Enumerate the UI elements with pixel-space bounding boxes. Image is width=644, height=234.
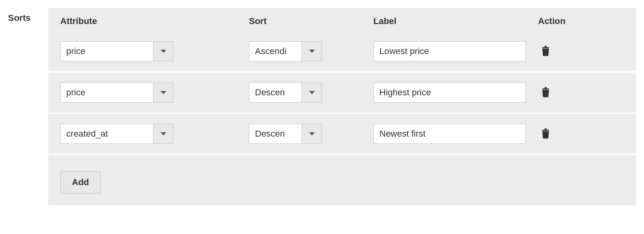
sort-row bbox=[48, 31, 636, 73]
attribute-combobox bbox=[60, 83, 173, 103]
footer-row: Add bbox=[48, 155, 636, 206]
sort-row bbox=[48, 73, 636, 114]
label-input[interactable] bbox=[373, 83, 526, 103]
sort-dropdown-button[interactable] bbox=[302, 83, 322, 102]
sort-input[interactable] bbox=[249, 83, 302, 102]
attribute-combobox bbox=[60, 124, 173, 144]
chevron-down-icon bbox=[161, 132, 166, 135]
header-sort: Sort bbox=[249, 16, 373, 26]
delete-button[interactable] bbox=[540, 85, 552, 100]
chevron-down-icon bbox=[309, 50, 315, 53]
header-label: Label bbox=[373, 16, 538, 26]
sort-dropdown-button[interactable] bbox=[302, 124, 322, 143]
label-input[interactable] bbox=[373, 124, 526, 144]
sort-row bbox=[48, 114, 636, 155]
sort-combobox bbox=[249, 41, 322, 61]
header-attribute: Attribute bbox=[60, 16, 249, 26]
chevron-down-icon bbox=[309, 132, 315, 135]
trash-icon bbox=[541, 134, 550, 140]
header-row: Attribute Sort Label Action bbox=[48, 8, 636, 31]
chevron-down-icon bbox=[161, 50, 166, 53]
sort-combobox bbox=[249, 124, 322, 144]
attribute-input[interactable] bbox=[61, 124, 153, 143]
delete-button[interactable] bbox=[540, 127, 552, 141]
trash-icon bbox=[541, 93, 550, 99]
sort-dropdown-button[interactable] bbox=[302, 42, 322, 61]
sorts-panel: Attribute Sort Label Action bbox=[48, 8, 636, 206]
sort-combobox bbox=[249, 83, 322, 103]
attribute-input[interactable] bbox=[61, 83, 153, 102]
attribute-dropdown-button[interactable] bbox=[153, 42, 173, 61]
label-input[interactable] bbox=[373, 41, 526, 61]
add-button[interactable]: Add bbox=[60, 171, 101, 194]
attribute-dropdown-button[interactable] bbox=[153, 124, 173, 143]
attribute-input[interactable] bbox=[61, 42, 153, 61]
delete-button[interactable] bbox=[540, 44, 552, 59]
attribute-combobox bbox=[60, 41, 173, 61]
trash-icon bbox=[541, 51, 550, 57]
section-label: Sorts bbox=[8, 8, 32, 23]
sort-input[interactable] bbox=[249, 124, 302, 143]
chevron-down-icon bbox=[161, 91, 166, 94]
header-action: Action bbox=[538, 16, 624, 26]
chevron-down-icon bbox=[309, 91, 315, 94]
sort-input[interactable] bbox=[249, 42, 302, 61]
attribute-dropdown-button[interactable] bbox=[153, 83, 173, 102]
